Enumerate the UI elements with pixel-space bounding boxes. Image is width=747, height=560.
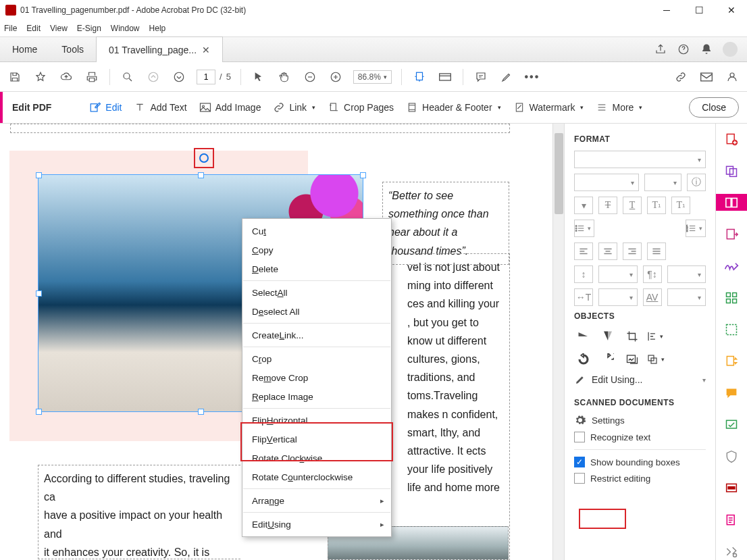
handle-s[interactable] [198, 409, 204, 415]
save-icon[interactable] [7, 69, 23, 85]
rail-combine-icon[interactable] [716, 162, 748, 179]
handle-ne[interactable] [360, 172, 366, 178]
horizontal-scale-btn[interactable]: ↔T [574, 288, 593, 306]
rotate-cw-btn[interactable] [598, 351, 617, 368]
ctx-flip-vertical[interactable]: Flip Vertical [242, 430, 391, 449]
ctx-arrange[interactable]: Arrange [242, 491, 391, 510]
char-spacing-btn[interactable]: AV [643, 288, 662, 306]
subscript-btn[interactable]: T1 [671, 197, 690, 214]
print-icon[interactable] [84, 69, 100, 85]
show-boxes-checkbox[interactable]: ✓ [574, 457, 585, 467]
ctx-flip-horizontal[interactable]: Flip Horizontal [242, 411, 391, 430]
align-right-btn[interactable] [623, 243, 642, 260]
ctx-deselect-all[interactable]: Deselect All [242, 302, 391, 321]
star-icon[interactable] [32, 69, 49, 85]
flip-h-btn[interactable] [598, 328, 617, 345]
line-spacing-dd[interactable] [598, 265, 638, 283]
zoom-in-icon[interactable] [328, 69, 344, 85]
font-style-dd[interactable] [574, 174, 639, 191]
ctx-remove-crop[interactable]: Remove Crop [242, 368, 391, 387]
page-display-icon[interactable] [437, 69, 453, 85]
line-spacing-btn[interactable]: ↕ [574, 265, 593, 283]
menu-window[interactable]: Window [111, 24, 140, 33]
char-spacing-dd[interactable] [667, 288, 706, 306]
rail-protect-icon[interactable] [716, 448, 748, 465]
tab-tools[interactable]: Tools [49, 36, 96, 62]
para-spacing-btn[interactable]: ¶↕ [643, 265, 662, 283]
rail-export-icon[interactable] [716, 226, 748, 243]
ctx-replace-image[interactable]: Replace Image [242, 387, 391, 406]
restrict-editing-row[interactable]: Restrict editing [574, 473, 706, 484]
help-icon[interactable] [677, 43, 690, 56]
ctx-edit-using[interactable]: Edit Using [242, 515, 391, 534]
ctx-create-link[interactable]: Create Link... [242, 326, 391, 345]
info-button[interactable]: ⓘ [687, 174, 706, 191]
crop-pages-tool[interactable]: Crop Pages [328, 101, 394, 113]
find-icon[interactable] [120, 69, 136, 85]
ctx-crop[interactable]: Crop [242, 349, 391, 368]
link-tool-icon[interactable] [673, 69, 689, 85]
zoom-out-icon[interactable] [302, 69, 318, 85]
recognize-text-row[interactable]: Recognize text [574, 432, 706, 442]
numbered-list-btn[interactable]: 123 [686, 220, 706, 237]
ctx-rotate-ccw[interactable]: Rotate Counterclockwise [242, 467, 391, 486]
document-canvas[interactable]: “Better to see something once than hear … [0, 124, 564, 560]
menu-esign[interactable]: E-Sign [77, 24, 101, 33]
paragraph-right-frame[interactable]: vel is not just about ming into differen… [402, 253, 510, 560]
header-footer-tool[interactable]: Header & Footer▾ [406, 101, 501, 113]
scrollbar-thumb[interactable] [555, 133, 563, 214]
replace-image-btn[interactable] [623, 351, 642, 368]
ctx-delete[interactable]: Delete [242, 259, 391, 278]
rail-organize-icon[interactable] [716, 289, 748, 306]
add-image-tool[interactable]: Add Image [199, 101, 261, 113]
rail-comment-icon[interactable] [716, 384, 748, 401]
menu-edit[interactable]: Edit [26, 24, 41, 33]
arrange-btn[interactable] [647, 351, 667, 368]
align-justify-btn[interactable] [647, 243, 666, 260]
handle-sw[interactable] [36, 409, 42, 415]
align-left-btn[interactable] [574, 243, 593, 260]
zoom-dropdown[interactable]: 86.8%▾ [353, 70, 392, 84]
align-objects-btn[interactable] [647, 328, 666, 345]
rail-optimize-icon[interactable] [716, 416, 748, 433]
close-editbar-button[interactable]: Close [689, 97, 739, 118]
settings-row[interactable]: Settings [574, 414, 706, 426]
edit-using-dd[interactable]: Edit Using... [592, 374, 697, 385]
align-center-btn[interactable] [598, 243, 617, 260]
link-tool[interactable]: Link▾ [273, 101, 315, 113]
vertical-scrollbar[interactable] [552, 124, 564, 560]
more-tool[interactable]: More▾ [596, 101, 642, 113]
close-window-button[interactable]: ✕ [721, 0, 742, 20]
people-icon[interactable] [724, 69, 740, 85]
handle-w[interactable] [36, 290, 42, 297]
tab-home[interactable]: Home [0, 36, 49, 62]
rail-forms-icon[interactable] [716, 511, 748, 528]
highlight-icon[interactable] [498, 69, 515, 85]
obj-crop-btn[interactable] [623, 328, 642, 345]
rail-scan-icon[interactable] [716, 321, 748, 338]
tab-document[interactable]: 01 Travelling_page... ✕ [96, 36, 223, 62]
color-fill-btn[interactable]: ▾ [574, 197, 593, 214]
page-up-icon[interactable] [145, 69, 161, 85]
menu-view[interactable]: View [50, 24, 68, 33]
rotate-handle[interactable] [199, 153, 209, 163]
more-tools-icon[interactable]: ••• [524, 69, 540, 85]
page-current-input[interactable] [197, 70, 215, 84]
paragraph-bottom-frame[interactable]: According to different studies, travelin… [38, 465, 240, 559]
superscript-btn[interactable]: T1 [647, 197, 666, 214]
rail-edit-pdf-icon[interactable] [716, 194, 748, 211]
page-down-icon[interactable] [171, 69, 187, 85]
edit-tool[interactable]: Edit [89, 101, 122, 113]
fit-width-icon[interactable] [411, 69, 428, 85]
menu-help[interactable]: Help [149, 24, 166, 33]
tab-close-icon[interactable]: ✕ [202, 45, 210, 55]
ctx-copy[interactable]: Copy [242, 240, 391, 259]
watermark-tool[interactable]: Watermark▾ [513, 101, 584, 113]
email-icon[interactable] [698, 69, 715, 85]
menu-file[interactable]: File [4, 24, 17, 33]
show-boxes-row[interactable]: ✓ Show bounding boxes [574, 457, 706, 467]
cloud-upload-icon[interactable] [58, 69, 74, 85]
recognize-checkbox[interactable] [574, 432, 585, 442]
ctx-cut[interactable]: Cut [242, 222, 391, 240]
share-icon[interactable] [654, 43, 667, 56]
